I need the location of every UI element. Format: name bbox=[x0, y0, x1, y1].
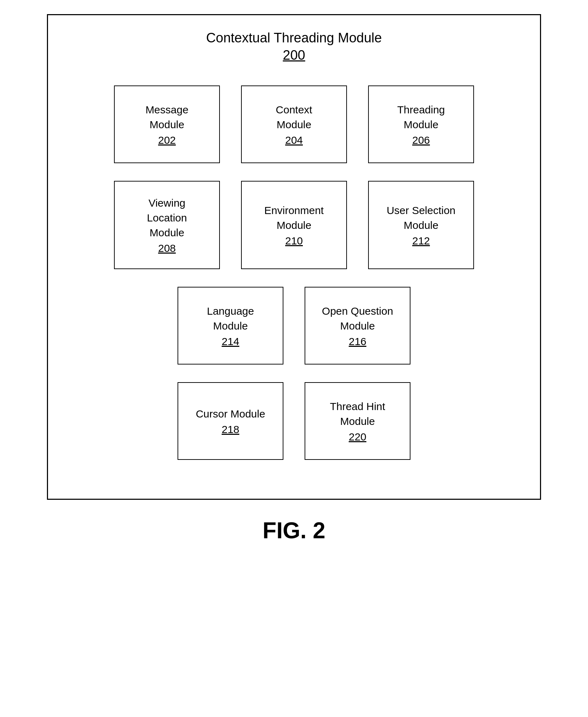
module-220: Thread HintModule 220 bbox=[305, 382, 410, 460]
module-210: EnvironmentModule 210 bbox=[241, 181, 347, 269]
module-202-number: 202 bbox=[158, 134, 176, 146]
module-216-label: Open QuestionModule bbox=[322, 304, 393, 333]
module-210-label: EnvironmentModule bbox=[264, 203, 324, 233]
row-3: LanguageModule 214 Open QuestionModule 2… bbox=[66, 287, 522, 365]
module-212: User SelectionModule 212 bbox=[368, 181, 474, 269]
module-220-number: 220 bbox=[349, 431, 366, 443]
main-title: Contextual Threading Module 200 bbox=[66, 29, 522, 64]
module-214: LanguageModule 214 bbox=[178, 287, 283, 365]
figure-label: FIG. 2 bbox=[263, 517, 325, 544]
module-214-number: 214 bbox=[222, 336, 239, 348]
module-216-number: 216 bbox=[349, 336, 366, 348]
module-206: ThreadingModule 206 bbox=[368, 85, 474, 163]
module-218-number: 218 bbox=[222, 423, 239, 435]
module-206-label: ThreadingModule bbox=[397, 102, 445, 132]
module-208-number: 208 bbox=[158, 242, 176, 254]
main-title-line1: Contextual Threading Module bbox=[206, 30, 382, 45]
module-204: ContextModule 204 bbox=[241, 85, 347, 163]
module-202-label: MessageModule bbox=[145, 102, 188, 132]
row-4: Cursor Module 218 Thread HintModule 220 bbox=[66, 382, 522, 460]
module-214-label: LanguageModule bbox=[207, 304, 254, 333]
module-202: MessageModule 202 bbox=[114, 85, 220, 163]
module-212-number: 212 bbox=[412, 235, 430, 247]
module-210-number: 210 bbox=[285, 235, 303, 247]
module-218: Cursor Module 218 bbox=[178, 382, 283, 460]
row-2: ViewingLocationModule 208 EnvironmentMod… bbox=[66, 181, 522, 269]
module-204-label: ContextModule bbox=[276, 102, 312, 132]
module-208: ViewingLocationModule 208 bbox=[114, 181, 220, 269]
module-220-label: Thread HintModule bbox=[330, 399, 385, 429]
module-216: Open QuestionModule 216 bbox=[305, 287, 410, 365]
main-title-number: 200 bbox=[283, 48, 305, 63]
module-206-number: 206 bbox=[412, 134, 430, 146]
module-208-label: ViewingLocationModule bbox=[147, 196, 187, 240]
module-204-number: 204 bbox=[285, 134, 303, 146]
diagram-outer-border: Contextual Threading Module 200 MessageM… bbox=[47, 14, 541, 500]
module-218-label: Cursor Module bbox=[196, 407, 265, 421]
module-212-label: User SelectionModule bbox=[386, 203, 455, 233]
row-1: MessageModule 202 ContextModule 204 Thre… bbox=[66, 85, 522, 163]
